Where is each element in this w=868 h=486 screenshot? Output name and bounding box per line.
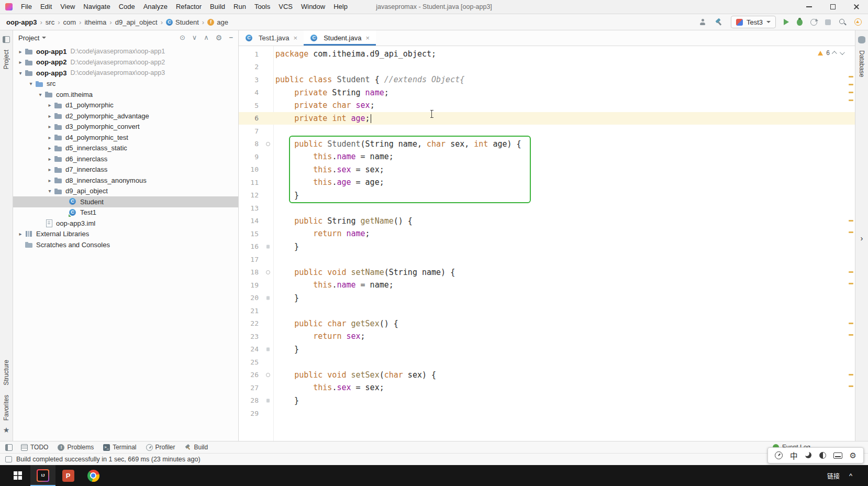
code-line[interactable]: 12 } (239, 189, 855, 202)
search-everywhere-icon[interactable] (839, 18, 847, 26)
close-tab-icon[interactable] (365, 34, 370, 42)
moon-icon[interactable] (805, 452, 812, 459)
tree-item-d6-innerclass[interactable]: ▸d6_innerclass (13, 153, 238, 164)
gutter-icon[interactable] (266, 245, 270, 248)
menu-refactor[interactable]: Refactor (172, 0, 206, 14)
code-line[interactable]: 17 (239, 253, 855, 266)
prev-warning-icon[interactable] (832, 51, 837, 56)
tree-item-d8-innerclass-anonymous[interactable]: ▸d8_innerclass_anonymous (13, 175, 238, 186)
code-line[interactable]: 8 public Student(String name, char sex, … (239, 138, 855, 151)
run-button[interactable] (784, 19, 789, 25)
menu-build[interactable]: Build (206, 0, 229, 14)
code-line[interactable]: 3public class Student { //extends Object… (239, 73, 855, 86)
run-config-select[interactable]: Test3 (731, 16, 776, 28)
chevron-collapsed-icon[interactable]: ▸ (46, 124, 54, 129)
tool-tab-structure[interactable]: Structure (3, 360, 10, 385)
tree-item-oop-app2[interactable]: ▸oop-app2D:\code\javasepromax\oop-app2 (13, 57, 238, 68)
tree-item-d9-api-object[interactable]: ▾d9_api_object (13, 186, 238, 197)
chevron-down-icon[interactable] (42, 37, 46, 39)
app-icon[interactable] (5, 3, 13, 10)
gutter-icon[interactable] (266, 270, 270, 274)
tree-item-external-libraries[interactable]: ▸External Libraries (13, 229, 238, 240)
menu-file[interactable]: File (17, 0, 36, 14)
debug-button[interactable] (797, 19, 803, 26)
menu-navigate[interactable]: Navigate (79, 0, 114, 14)
chevron-expanded-icon[interactable]: ▾ (46, 188, 54, 194)
status-icon[interactable] (5, 456, 12, 462)
code-line[interactable]: 5 private char sex; (239, 99, 855, 112)
editor-tab-student-java[interactable]: Student.java (304, 30, 376, 46)
tree-item-d3-polymorphic-convert[interactable]: ▸d3_polymorphic_convert (13, 121, 238, 132)
chevron-collapsed-icon[interactable]: ▸ (16, 49, 25, 54)
tool-window-button-terminal[interactable]: Terminal (103, 444, 136, 451)
tree-item-d5-innerclass-static[interactable]: ▸d5_innerclass_static (13, 143, 238, 154)
menu-edit[interactable]: Edit (36, 0, 56, 14)
ime-settings-icon[interactable] (850, 451, 856, 460)
chevron-collapsed-icon[interactable]: ▸ (16, 231, 25, 237)
code-line[interactable]: 11 this.age = age; (239, 176, 855, 189)
code-line[interactable]: 7 (239, 125, 855, 138)
tree-item-student[interactable]: Student (13, 196, 238, 207)
tool-window-button-build[interactable]: Build (185, 444, 208, 451)
minimize-button[interactable] (797, 0, 821, 14)
locate-file-icon[interactable] (180, 34, 185, 41)
chevron-collapsed-icon[interactable]: ▸ (46, 102, 54, 108)
tree-item-oop-app3-iml[interactable]: oop-app3.iml (13, 218, 238, 229)
code-line[interactable]: 18 public void setName(String name) { (239, 266, 855, 279)
code-line[interactable]: 27 this.sex = sex; (239, 381, 855, 394)
menu-window[interactable]: Window (297, 0, 329, 14)
tray-text[interactable]: 链接 (827, 471, 840, 480)
code-line[interactable]: 29 (239, 407, 855, 420)
breadcrumb-item-src[interactable]: src (46, 18, 54, 26)
tool-window-button-problems[interactable]: Problems (58, 444, 94, 451)
chevron-collapsed-icon[interactable]: ▸ (46, 156, 54, 162)
ime-mode-indicator[interactable]: 中 (790, 450, 798, 461)
chevron-collapsed-icon[interactable]: ▸ (46, 167, 54, 172)
chevron-expanded-icon[interactable]: ▾ (27, 81, 35, 86)
project-tool-icon[interactable] (3, 36, 10, 43)
settings-gear-icon[interactable] (216, 34, 222, 41)
code-line[interactable]: 10 this.sex = sex; (239, 163, 855, 176)
start-button[interactable] (5, 465, 30, 486)
tray-chevron-icon[interactable]: ^ (849, 472, 852, 480)
tree-item-d4-polymorphic-test[interactable]: ▸d4_polymorphic_test (13, 132, 238, 143)
database-tool-icon[interactable] (858, 36, 865, 43)
code-line[interactable]: 24 } (239, 343, 855, 356)
build-hammer-icon[interactable] (715, 18, 723, 26)
taskbar-chrome-icon[interactable] (81, 465, 106, 486)
breadcrumb-item-student[interactable]: Student (166, 18, 199, 26)
breadcrumb-item-age[interactable]: age (207, 18, 228, 26)
code-line[interactable]: 19 this.name = name; (239, 279, 855, 292)
gutter-icon[interactable] (266, 347, 270, 351)
chevron-collapsed-icon[interactable]: ▸ (16, 59, 25, 65)
tool-tab-project[interactable]: Project (3, 50, 10, 69)
code-line[interactable]: 20 } (239, 292, 855, 305)
tool-window-button-profiler[interactable]: Profiler (146, 444, 175, 451)
tree-item-oop-app1[interactable]: ▸oop-app1D:\code\javasepromax\oop-app1 (13, 46, 238, 57)
code-line[interactable]: 23 return sex; (239, 330, 855, 343)
coverage-button[interactable] (810, 19, 817, 26)
taskbar-powerpoint-icon[interactable]: P (55, 465, 81, 486)
breadcrumb-item-oop-app3[interactable]: oop-app3 (6, 18, 37, 26)
chevron-collapsed-icon[interactable]: ▸ (46, 178, 54, 183)
stop-button[interactable] (825, 19, 831, 25)
menu-analyze[interactable]: Analyze (139, 0, 172, 14)
code-line[interactable]: 16 } (239, 240, 855, 253)
chevron-right-icon[interactable] (855, 234, 868, 243)
tool-tab-favorites[interactable]: Favorites (3, 395, 10, 421)
tool-tab-database[interactable]: Database (858, 50, 865, 77)
tree-item-d2-polymorphic-advantage[interactable]: ▸d2_polymorphic_advantage (13, 111, 238, 121)
menu-code[interactable]: Code (115, 0, 139, 14)
tree-item-src[interactable]: ▾src (13, 79, 238, 90)
code-line[interactable]: 22 public char getSex() { (239, 317, 855, 330)
tool-window-button-todo[interactable]: TODO (21, 444, 48, 451)
tree-item-scratches-and-consoles[interactable]: Scratches and Consoles (13, 239, 238, 250)
code-line[interactable]: 4 private String name; (239, 86, 855, 100)
code-line[interactable]: 9 this.name = name; (239, 150, 855, 163)
taskbar-intellij-icon[interactable]: IJ (30, 465, 55, 486)
gutter-icon[interactable] (266, 399, 270, 402)
maximize-button[interactable] (821, 0, 844, 14)
close-tab-icon[interactable] (294, 34, 298, 42)
code-line[interactable]: 14 public String getName() { (239, 215, 855, 228)
chevron-expanded-icon[interactable]: ▾ (16, 70, 25, 76)
